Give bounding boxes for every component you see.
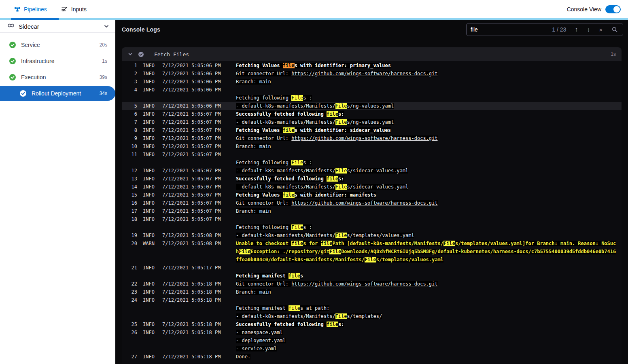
search-icon[interactable] (607, 26, 619, 33)
log-text: - namespace.yaml (236, 330, 283, 335)
log-link[interactable]: https://github.com/wings-software/harnes… (291, 71, 437, 76)
top-navbar: Pipelines Inputs Console View (0, 0, 628, 18)
log-level: INFO (143, 288, 161, 296)
log-text: Fetching Values (236, 63, 283, 68)
log-timestamp: 7/12/2021 5:05:18 PM (162, 353, 226, 361)
log-message: Git connector Url: https://github.com/wi… (236, 199, 622, 207)
search-match: File (291, 224, 303, 230)
log-message: Fetching Values files with identifier: p… (236, 61, 622, 70)
search-prev-button[interactable]: ↑ (570, 26, 582, 33)
sidebar-step-rollout-deployment[interactable]: Rollout Deployment34s (0, 86, 115, 101)
log-level: INFO (143, 167, 161, 175)
log-level (143, 159, 161, 167)
search-match: file (327, 322, 338, 327)
log-line: - deployment.yaml (122, 336, 622, 345)
console-view-toggle[interactable] (605, 5, 621, 13)
log-timestamp (162, 336, 226, 345)
collapse-chevron-icon[interactable] (127, 51, 133, 57)
log-line: 12INFO7/12/2021 5:05:07 PM- default-k8s-… (122, 167, 622, 175)
log-line: 9INFO7/12/2021 5:05:07 PMGit connector U… (122, 134, 622, 142)
log-message: Done. (236, 353, 622, 361)
step-duration: 34s (100, 91, 107, 96)
line-number (127, 304, 137, 312)
log-level: WARN (143, 239, 161, 264)
log-timestamp: 7/12/2021 5:05:07 PM (162, 150, 226, 159)
search-match: File (329, 249, 341, 254)
search-match: File (291, 160, 303, 165)
line-number (127, 159, 137, 167)
line-number: 2 (127, 70, 137, 78)
log-search-input[interactable] (471, 26, 552, 33)
line-number: 18 (127, 215, 137, 223)
log-timestamp: 7/12/2021 5:05:18 PM (162, 288, 226, 296)
chevron-down-icon[interactable] (103, 23, 110, 30)
line-number: 4 (127, 86, 137, 94)
toggle-knob (613, 6, 620, 13)
line-number (127, 94, 137, 102)
log-timestamp: 7/12/2021 5:05:07 PM (162, 191, 226, 199)
line-number: 12 (127, 167, 137, 175)
log-level (143, 345, 161, 353)
log-text: - default-k8s-manifests/Manifests/ (236, 168, 335, 174)
log-text: s with identifier: manifests (295, 192, 376, 198)
log-line: - service.yaml (122, 345, 622, 353)
log-text: s/templates/values.yaml (347, 233, 414, 238)
tab-inputs[interactable]: Inputs (61, 6, 87, 13)
log-message: Git connector Url: https://github.com/wi… (236, 134, 622, 142)
search-match: file (289, 273, 300, 279)
log-text: s/sidecar-values.yaml (347, 168, 409, 174)
search-next-button[interactable]: ↓ (582, 26, 594, 33)
log-level: INFO (143, 78, 161, 86)
log-message: - deployment.yaml (236, 336, 622, 345)
step-success-badge-icon (138, 51, 144, 57)
step-success-icon (19, 90, 27, 97)
log-line: 11INFO7/12/2021 5:05:07 PM (122, 150, 622, 159)
line-number: 13 (127, 175, 137, 183)
log-level: INFO (143, 320, 161, 328)
log-section-title: Fetch Files (154, 51, 189, 57)
tab-pipelines[interactable]: Pipelines (14, 6, 47, 13)
line-number: 1 (127, 61, 137, 70)
log-message: Branch: main (236, 78, 622, 86)
log-text: Fetching following (236, 95, 291, 101)
log-level: INFO (143, 110, 161, 118)
step-list: Service20sInfrastructure1sExecution39sRo… (0, 33, 115, 101)
log-timestamp: 7/12/2021 5:05:08 PM (162, 239, 226, 264)
log-text: s/templates/ (347, 313, 382, 319)
log-section-header[interactable]: Fetch Files 1s (122, 47, 622, 61)
log-message: - default-k8s-manifests/Manifests/Files/… (236, 231, 622, 239)
log-line: 8INFO7/12/2021 5:05:07 PMFetching Values… (122, 126, 622, 134)
log-timestamp (162, 94, 226, 102)
log-link[interactable]: https://github.com/wings-software/harnes… (291, 200, 437, 206)
log-message (236, 215, 622, 223)
search-close-button[interactable]: × (594, 27, 607, 33)
log-level: INFO (143, 199, 161, 207)
stage-label: Sidecar (19, 23, 39, 30)
sidebar-step-infrastructure[interactable]: Infrastructure1s (0, 53, 115, 69)
log-timestamp (162, 312, 226, 320)
log-link[interactable]: https://github.com/wings-software/harnes… (291, 281, 437, 287)
log-message: Unable to checkout files for filePath [d… (236, 239, 622, 264)
log-text: Successfully fetched following (236, 176, 327, 182)
log-text: s (300, 273, 303, 279)
log-timestamp (162, 272, 226, 280)
log-text: s with identifier: sidecar_values (295, 127, 391, 133)
stage-header-sidecar[interactable]: Sidecar (0, 20, 115, 33)
log-timestamp: 7/12/2021 5:05:08 PM (162, 231, 226, 239)
log-level: INFO (143, 191, 161, 199)
search-match-current: file (283, 63, 295, 68)
log-line: 3INFO7/12/2021 5:05:06 PMBranch: main (122, 78, 622, 86)
log-line: 1INFO7/12/2021 5:05:06 PMFetching Values… (122, 61, 622, 70)
console-view-label: Console View (567, 6, 601, 13)
log-message: - default-k8s-manifests/Manifests/Files/… (236, 183, 622, 191)
line-number: 24 (127, 296, 137, 304)
log-line: 27INFO7/12/2021 5:05:18 PMDone. (122, 353, 622, 361)
log-link[interactable]: https://github.com/wings-software/harnes… (291, 135, 437, 141)
log-level: INFO (143, 134, 161, 142)
search-match: File (443, 241, 455, 246)
log-line: - default-k8s-manifests/Manifests/Files/… (122, 312, 622, 320)
sidebar-step-service[interactable]: Service20s (0, 37, 115, 53)
log-text: Fetching manifest (236, 305, 289, 311)
log-timestamp: 7/12/2021 5:05:17 PM (162, 264, 226, 272)
sidebar-step-execution[interactable]: Execution39s (0, 69, 115, 85)
